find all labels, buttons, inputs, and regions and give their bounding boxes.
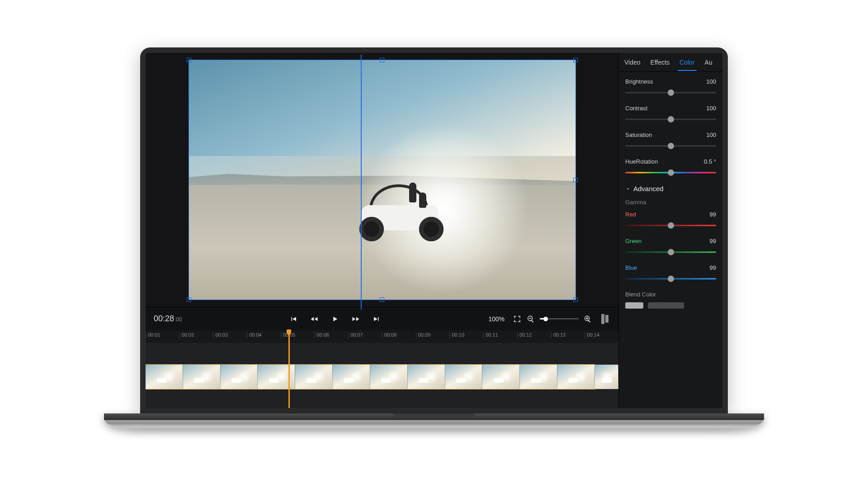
play-controls bbox=[289, 314, 381, 324]
blend-swatch[interactable] bbox=[625, 302, 643, 309]
crop-handle-tm[interactable] bbox=[380, 58, 384, 62]
compare-split-handle[interactable] bbox=[361, 55, 362, 310]
saturation-label: Saturation bbox=[625, 131, 652, 138]
ruler-mark: 00:14 bbox=[585, 332, 618, 338]
tab-audio[interactable]: Au bbox=[704, 54, 713, 70]
playhead[interactable] bbox=[288, 330, 290, 408]
crop-handle-br[interactable] bbox=[573, 297, 578, 302]
ruler-mark: 00:09 bbox=[416, 332, 450, 338]
ruler-mark: 00:06 bbox=[315, 332, 349, 338]
brightness-value: 100 bbox=[706, 78, 716, 85]
time-display: 00:28 00 bbox=[154, 314, 182, 324]
inspector-tabs: Video Effects Color Au bbox=[619, 53, 722, 72]
crop-handle-tl[interactable] bbox=[187, 58, 191, 62]
time-sub: 00 bbox=[176, 316, 182, 323]
hue-label: HueRotation bbox=[625, 158, 658, 165]
ruler-mark: 00:12 bbox=[517, 332, 551, 338]
contrast-value: 100 bbox=[706, 105, 716, 112]
zoom-controls bbox=[526, 314, 592, 324]
ruler-mark: 00:02 bbox=[179, 332, 213, 338]
ruler-mark: 00:10 bbox=[449, 332, 483, 338]
timeline-ruler[interactable]: 00:01 00:02 00:03 00:04 00:05 00:06 00:0… bbox=[146, 330, 618, 343]
contrast-slider[interactable] bbox=[625, 116, 716, 122]
tab-effects[interactable]: Effects bbox=[650, 54, 671, 70]
gamma-red-value: 99 bbox=[710, 211, 716, 218]
ruler-mark: 00:03 bbox=[213, 332, 247, 338]
rewind-icon[interactable] bbox=[310, 314, 319, 324]
crop-handle-mr[interactable] bbox=[573, 178, 578, 182]
ruler-mark: 00:01 bbox=[146, 332, 179, 338]
saturation-value: 100 bbox=[706, 131, 716, 138]
transport-bar: 00:28 00 bbox=[146, 307, 618, 330]
gamma-blue-label: Blue bbox=[625, 264, 637, 271]
gamma-blue-value: 99 bbox=[710, 264, 716, 271]
tab-color[interactable]: Color bbox=[679, 54, 695, 70]
blend-color-label: Blend Color bbox=[625, 291, 716, 298]
crop-handle-bl[interactable] bbox=[187, 297, 191, 302]
advanced-title: Advanced bbox=[633, 185, 664, 192]
hue-value: 0.5 ° bbox=[704, 158, 716, 165]
zoom-slider[interactable] bbox=[540, 318, 579, 319]
gamma-red-slider[interactable] bbox=[625, 222, 716, 229]
gamma-red-label: Red bbox=[625, 211, 636, 218]
blend-swatches bbox=[625, 302, 716, 309]
fast-forward-icon[interactable] bbox=[351, 314, 360, 324]
preview-canvas[interactable] bbox=[189, 60, 576, 300]
saturation-slider[interactable] bbox=[625, 143, 716, 149]
brightness-slider[interactable] bbox=[625, 89, 716, 96]
ruler-mark: 00:08 bbox=[382, 332, 416, 338]
ruler-mark: 00:04 bbox=[247, 332, 281, 338]
compare-view-icon[interactable] bbox=[601, 314, 610, 324]
play-icon[interactable] bbox=[330, 314, 340, 324]
fullscreen-icon[interactable] bbox=[513, 314, 522, 324]
blend-swatch[interactable] bbox=[648, 302, 684, 309]
track-area[interactable] bbox=[146, 343, 618, 408]
preview-area[interactable] bbox=[146, 53, 618, 307]
gamma-green-label: Green bbox=[625, 238, 642, 244]
timeline[interactable]: 00:01 00:02 00:03 00:04 00:05 00:06 00:0… bbox=[146, 330, 618, 408]
preview-subject bbox=[351, 180, 460, 243]
chevron-down-icon bbox=[625, 186, 631, 192]
gamma-green-slider[interactable] bbox=[625, 249, 716, 255]
crop-handle-bm[interactable] bbox=[380, 297, 384, 302]
hue-slider[interactable] bbox=[625, 169, 716, 176]
crop-handle-tr[interactable] bbox=[573, 58, 578, 62]
skip-end-icon[interactable] bbox=[372, 314, 381, 324]
ruler-mark: 00:11 bbox=[483, 332, 517, 338]
gamma-blue-slider[interactable] bbox=[625, 276, 716, 282]
inspector-panel: Video Effects Color Au Brightness 100 bbox=[618, 53, 722, 408]
zoom-in-icon[interactable] bbox=[583, 314, 592, 324]
zoom-level-label: 100% bbox=[488, 315, 505, 323]
time-main: 00:28 bbox=[154, 314, 174, 324]
tab-video[interactable]: Video bbox=[623, 54, 642, 70]
ruler-mark: 00:05 bbox=[281, 332, 315, 338]
gamma-green-value: 99 bbox=[710, 238, 716, 244]
contrast-label: Contrast bbox=[625, 105, 647, 112]
advanced-section-toggle[interactable]: Advanced bbox=[625, 185, 716, 192]
gamma-label: Gamma bbox=[625, 199, 716, 206]
video-clip-next[interactable] bbox=[595, 365, 618, 389]
video-clip[interactable] bbox=[146, 365, 595, 389]
video-editor-app: 00:28 00 bbox=[146, 53, 722, 408]
ruler-mark: 00:07 bbox=[348, 332, 382, 338]
brightness-label: Brightness bbox=[625, 78, 653, 85]
zoom-out-icon[interactable] bbox=[526, 314, 535, 324]
skip-start-icon[interactable] bbox=[289, 314, 298, 324]
ruler-mark: 00:13 bbox=[551, 332, 585, 338]
